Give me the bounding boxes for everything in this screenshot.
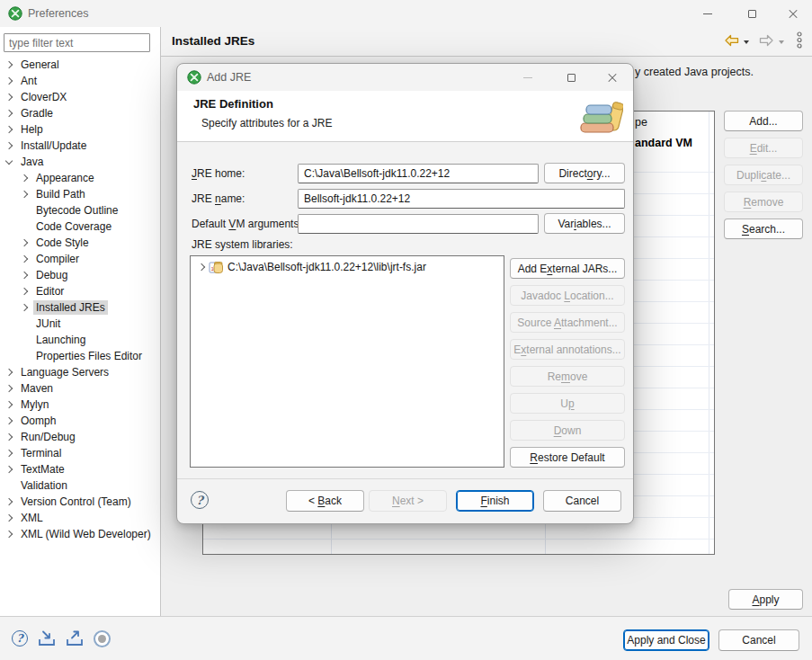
- chevron-icon[interactable]: [5, 77, 13, 85]
- sidebar-item[interactable]: XML: [0, 510, 160, 526]
- chevron-icon[interactable]: [5, 433, 13, 441]
- chevron-icon[interactable]: [5, 94, 13, 101]
- sidebar-item[interactable]: Help: [0, 121, 160, 138]
- sidebar-item[interactable]: Bytecode Outline: [0, 202, 160, 219]
- system-libraries-list[interactable]: 10 C:\Java\Bellsoft-jdk11.0.22+12\lib\jr…: [190, 255, 504, 468]
- sidebar-item[interactable]: Debug: [0, 267, 160, 283]
- sidebar-item-label: Debug: [33, 268, 70, 282]
- sidebar-item[interactable]: Oomph: [0, 413, 160, 429]
- chevron-icon[interactable]: [5, 157, 13, 165]
- sidebar-item[interactable]: Run/Debug: [0, 429, 160, 445]
- library-action-button[interactable]: Source Attachment...: [510, 312, 625, 333]
- chevron-icon[interactable]: [21, 304, 28, 311]
- chevron-icon[interactable]: [21, 239, 28, 246]
- jre-action-button[interactable]: Duplicate...: [724, 165, 803, 185]
- library-action-button[interactable]: Javadoc Location...: [510, 285, 625, 306]
- apply-and-close-button[interactable]: Apply and Close: [623, 629, 709, 651]
- sidebar-item[interactable]: Build Path: [0, 186, 160, 202]
- library-list-item[interactable]: 10 C:\Java\Bellsoft-jdk11.0.22+12\lib\jr…: [191, 258, 504, 276]
- sidebar-item[interactable]: Code Coverage: [0, 219, 160, 235]
- chevron-icon[interactable]: [5, 466, 13, 473]
- library-action-button[interactable]: Remove: [510, 366, 625, 387]
- chevron-icon[interactable]: [5, 110, 13, 117]
- chevron-icon[interactable]: [5, 142, 13, 149]
- jre-action-button[interactable]: Remove: [724, 192, 803, 212]
- sidebar-item[interactable]: Editor: [0, 283, 160, 299]
- chevron-icon[interactable]: [198, 263, 205, 271]
- back-history-caret-icon[interactable]: [744, 40, 749, 44]
- wizard-help-icon[interactable]: ?: [191, 491, 209, 509]
- chevron-icon[interactable]: [5, 417, 13, 424]
- chevron-icon[interactable]: [21, 191, 28, 198]
- wizard-footer-button[interactable]: Next >: [369, 490, 447, 512]
- library-action-button[interactable]: Down: [510, 420, 625, 441]
- sidebar-item[interactable]: Launching: [0, 332, 160, 348]
- library-action-button[interactable]: External annotations...: [510, 339, 625, 360]
- apply-button[interactable]: Apply: [728, 589, 803, 610]
- chevron-icon[interactable]: [5, 369, 13, 376]
- variables-button[interactable]: Variables...: [544, 213, 625, 234]
- chevron-icon[interactable]: [21, 288, 28, 295]
- view-menu-icon[interactable]: [796, 31, 803, 51]
- chevron-icon[interactable]: [5, 514, 13, 522]
- directory-button[interactable]: Directory...: [544, 163, 625, 183]
- jre-name-input[interactable]: Bellsoft-jdk11.0.22+12: [298, 189, 625, 209]
- sidebar-item[interactable]: Compiler: [0, 251, 160, 267]
- jre-home-input[interactable]: C:\Java\Bellsoft-jdk11.0.22+12: [298, 164, 539, 183]
- cancel-button[interactable]: Cancel: [718, 629, 799, 651]
- sidebar-item[interactable]: Ant: [0, 73, 160, 89]
- sidebar-item[interactable]: Java: [0, 154, 160, 170]
- sidebar-item[interactable]: Code Style: [0, 235, 160, 251]
- sidebar-item[interactable]: Install/Update: [0, 138, 160, 154]
- chevron-icon[interactable]: [5, 498, 13, 505]
- sidebar-item[interactable]: Properties Files Editor: [0, 348, 160, 364]
- preference-recorder-icon[interactable]: [94, 630, 111, 647]
- library-action-button[interactable]: Up: [510, 393, 625, 414]
- sidebar-item[interactable]: TextMate: [0, 461, 160, 477]
- sidebar-item[interactable]: Validation: [0, 477, 160, 494]
- forward-history-caret-icon: [779, 40, 784, 44]
- jre-action-button[interactable]: Search...: [724, 219, 803, 239]
- library-action-button[interactable]: Restore Default: [510, 447, 625, 468]
- jre-action-button[interactable]: Edit...: [724, 138, 803, 158]
- sidebar-item[interactable]: Maven: [0, 380, 160, 397]
- sidebar-item-label: Editor: [33, 284, 67, 299]
- sidebar-item[interactable]: CloverDX: [0, 89, 160, 105]
- minimize-button[interactable]: [692, 0, 723, 27]
- sidebar-item[interactable]: Language Servers: [0, 364, 160, 380]
- chevron-icon[interactable]: [21, 174, 28, 182]
- wizard-footer-button[interactable]: < Back: [286, 490, 364, 512]
- sidebar-item[interactable]: JUnit: [0, 316, 160, 332]
- back-arrow-icon[interactable]: [724, 34, 739, 49]
- sidebar-item-label: CloverDX: [18, 90, 69, 104]
- dialog-close-button[interactable]: [596, 64, 629, 91]
- chevron-icon[interactable]: [5, 401, 13, 408]
- sidebar-item[interactable]: Terminal: [0, 445, 160, 461]
- chevron-icon[interactable]: [21, 272, 28, 279]
- chevron-icon[interactable]: [5, 450, 13, 457]
- chevron-icon[interactable]: [21, 255, 28, 263]
- sidebar-item[interactable]: Installed JREs: [0, 299, 160, 316]
- library-action-button[interactable]: Add External JARs...: [510, 258, 625, 279]
- close-button[interactable]: [778, 0, 808, 27]
- wizard-footer-button[interactable]: Cancel: [543, 490, 621, 512]
- jre-action-button[interactable]: Add...: [724, 111, 803, 131]
- filter-input[interactable]: [4, 33, 150, 52]
- chevron-icon[interactable]: [5, 385, 13, 392]
- sidebar-item[interactable]: Appearance: [0, 170, 160, 186]
- sidebar-item[interactable]: General: [0, 57, 160, 73]
- help-icon[interactable]: ?: [12, 630, 28, 647]
- import-preferences-icon[interactable]: [36, 629, 58, 650]
- chevron-icon[interactable]: [5, 531, 13, 538]
- dialog-maximize-button[interactable]: [555, 64, 587, 91]
- chevron-icon[interactable]: [5, 61, 13, 68]
- vm-arguments-input[interactable]: [298, 214, 539, 234]
- sidebar-item[interactable]: Version Control (Team): [0, 494, 160, 510]
- sidebar-item[interactable]: XML (Wild Web Developer): [0, 526, 160, 542]
- export-preferences-icon[interactable]: [64, 629, 86, 650]
- wizard-footer-button[interactable]: Finish: [456, 490, 534, 512]
- sidebar-item[interactable]: Mylyn: [0, 397, 160, 413]
- maximize-button[interactable]: [736, 0, 767, 27]
- sidebar-item[interactable]: Gradle: [0, 105, 160, 121]
- chevron-icon[interactable]: [5, 126, 13, 133]
